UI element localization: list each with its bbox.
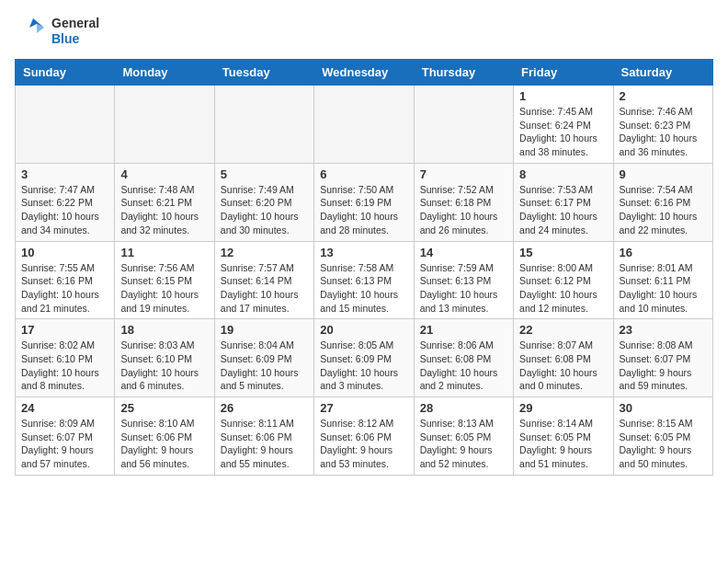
day-info: Sunrise: 7:47 AM Sunset: 6:22 PM Dayligh… bbox=[21, 183, 108, 237]
day-info: Sunrise: 8:02 AM Sunset: 6:10 PM Dayligh… bbox=[21, 339, 108, 393]
day-number: 2 bbox=[620, 89, 707, 103]
day-number: 5 bbox=[221, 167, 308, 181]
day-number: 11 bbox=[120, 246, 208, 259]
calendar-cell: 12Sunrise: 7:57 AM Sunset: 6:14 PM Dayli… bbox=[214, 241, 313, 319]
col-header-saturday: Saturday bbox=[613, 60, 712, 86]
calendar-cell: 5Sunrise: 7:49 AM Sunset: 6:20 PM Daylig… bbox=[214, 163, 313, 241]
day-number: 26 bbox=[221, 401, 308, 415]
calendar-week-1: 1Sunrise: 7:45 AM Sunset: 6:24 PM Daylig… bbox=[16, 86, 713, 164]
day-number: 28 bbox=[420, 401, 507, 415]
day-info: Sunrise: 8:10 AM Sunset: 6:06 PM Dayligh… bbox=[120, 417, 208, 471]
col-header-monday: Monday bbox=[115, 60, 214, 86]
day-info: Sunrise: 7:55 AM Sunset: 6:16 PM Dayligh… bbox=[21, 261, 108, 316]
day-number: 12 bbox=[221, 246, 308, 259]
calendar-cell: 9Sunrise: 7:54 AM Sunset: 6:16 PM Daylig… bbox=[613, 163, 712, 241]
calendar-cell: 1Sunrise: 7:45 AM Sunset: 6:24 PM Daylig… bbox=[514, 86, 613, 164]
day-number: 17 bbox=[21, 323, 108, 337]
calendar-cell: 22Sunrise: 8:07 AM Sunset: 6:08 PM Dayli… bbox=[514, 319, 613, 397]
day-info: Sunrise: 8:05 AM Sunset: 6:09 PM Dayligh… bbox=[320, 339, 407, 393]
day-info: Sunrise: 8:08 AM Sunset: 6:07 PM Dayligh… bbox=[620, 339, 707, 393]
day-number: 23 bbox=[620, 323, 707, 337]
calendar-cell: 10Sunrise: 7:55 AM Sunset: 6:16 PM Dayli… bbox=[16, 241, 115, 319]
calendar-cell: 18Sunrise: 8:03 AM Sunset: 6:10 PM Dayli… bbox=[115, 319, 214, 397]
day-info: Sunrise: 7:50 AM Sunset: 6:19 PM Dayligh… bbox=[320, 183, 407, 237]
calendar-cell bbox=[16, 86, 115, 164]
day-info: Sunrise: 7:48 AM Sunset: 6:21 PM Dayligh… bbox=[120, 183, 208, 237]
calendar-cell: 19Sunrise: 8:04 AM Sunset: 6:09 PM Dayli… bbox=[214, 319, 313, 397]
day-info: Sunrise: 8:11 AM Sunset: 6:06 PM Dayligh… bbox=[221, 417, 308, 471]
day-number: 19 bbox=[221, 323, 308, 337]
calendar-week-4: 17Sunrise: 8:02 AM Sunset: 6:10 PM Dayli… bbox=[16, 319, 713, 397]
day-number: 22 bbox=[519, 323, 607, 337]
day-info: Sunrise: 8:04 AM Sunset: 6:09 PM Dayligh… bbox=[221, 339, 308, 393]
col-header-wednesday: Wednesday bbox=[314, 60, 414, 86]
day-number: 25 bbox=[120, 401, 208, 415]
day-number: 30 bbox=[620, 401, 707, 415]
day-number: 16 bbox=[620, 246, 707, 259]
day-info: Sunrise: 7:52 AM Sunset: 6:18 PM Dayligh… bbox=[420, 183, 507, 237]
col-header-friday: Friday bbox=[514, 60, 613, 86]
calendar-cell: 29Sunrise: 8:14 AM Sunset: 6:05 PM Dayli… bbox=[514, 397, 613, 476]
col-header-sunday: Sunday bbox=[16, 60, 115, 86]
day-info: Sunrise: 7:53 AM Sunset: 6:17 PM Dayligh… bbox=[519, 183, 607, 237]
day-number: 14 bbox=[420, 246, 507, 259]
calendar-cell: 15Sunrise: 8:00 AM Sunset: 6:12 PM Dayli… bbox=[514, 241, 613, 319]
calendar-cell: 27Sunrise: 8:12 AM Sunset: 6:06 PM Dayli… bbox=[314, 397, 414, 476]
calendar-cell bbox=[414, 86, 513, 164]
day-info: Sunrise: 8:09 AM Sunset: 6:07 PM Dayligh… bbox=[21, 417, 108, 471]
calendar-cell: 14Sunrise: 7:59 AM Sunset: 6:13 PM Dayli… bbox=[414, 241, 513, 319]
day-number: 15 bbox=[519, 246, 607, 259]
calendar-cell: 28Sunrise: 8:13 AM Sunset: 6:05 PM Dayli… bbox=[414, 397, 513, 476]
calendar-cell: 3Sunrise: 7:47 AM Sunset: 6:22 PM Daylig… bbox=[16, 163, 115, 241]
day-info: Sunrise: 8:01 AM Sunset: 6:11 PM Dayligh… bbox=[620, 261, 707, 316]
day-number: 3 bbox=[21, 167, 108, 181]
day-info: Sunrise: 8:06 AM Sunset: 6:08 PM Dayligh… bbox=[420, 339, 507, 393]
day-info: Sunrise: 8:12 AM Sunset: 6:06 PM Dayligh… bbox=[320, 417, 407, 471]
day-info: Sunrise: 7:57 AM Sunset: 6:14 PM Dayligh… bbox=[221, 261, 308, 316]
calendar-week-2: 3Sunrise: 7:47 AM Sunset: 6:22 PM Daylig… bbox=[16, 163, 713, 241]
calendar-cell: 21Sunrise: 8:06 AM Sunset: 6:08 PM Dayli… bbox=[414, 319, 513, 397]
calendar-cell: 13Sunrise: 7:58 AM Sunset: 6:13 PM Dayli… bbox=[314, 241, 414, 319]
logo-text: General Blue bbox=[51, 16, 99, 47]
calendar-cell: 2Sunrise: 7:46 AM Sunset: 6:23 PM Daylig… bbox=[613, 86, 712, 164]
col-header-thursday: Thursday bbox=[414, 60, 513, 86]
calendar-cell: 24Sunrise: 8:09 AM Sunset: 6:07 PM Dayli… bbox=[16, 397, 115, 476]
day-number: 27 bbox=[320, 401, 407, 415]
day-number: 4 bbox=[120, 167, 208, 181]
day-info: Sunrise: 7:46 AM Sunset: 6:23 PM Dayligh… bbox=[620, 105, 707, 159]
logo-container: General Blue bbox=[15, 15, 99, 48]
page-header: General Blue bbox=[15, 15, 713, 48]
day-number: 10 bbox=[21, 246, 108, 259]
day-number: 29 bbox=[519, 401, 607, 415]
col-header-tuesday: Tuesday bbox=[214, 60, 313, 86]
calendar-week-3: 10Sunrise: 7:55 AM Sunset: 6:16 PM Dayli… bbox=[16, 241, 713, 319]
day-number: 21 bbox=[420, 323, 507, 337]
calendar-cell: 17Sunrise: 8:02 AM Sunset: 6:10 PM Dayli… bbox=[16, 319, 115, 397]
logo: General Blue bbox=[15, 15, 99, 48]
calendar-cell: 23Sunrise: 8:08 AM Sunset: 6:07 PM Dayli… bbox=[613, 319, 712, 397]
day-info: Sunrise: 8:14 AM Sunset: 6:05 PM Dayligh… bbox=[519, 417, 607, 471]
day-info: Sunrise: 8:15 AM Sunset: 6:05 PM Dayligh… bbox=[620, 417, 707, 471]
day-info: Sunrise: 7:58 AM Sunset: 6:13 PM Dayligh… bbox=[320, 261, 407, 316]
calendar-cell: 11Sunrise: 7:56 AM Sunset: 6:15 PM Dayli… bbox=[115, 241, 214, 319]
calendar-cell bbox=[314, 86, 414, 164]
day-number: 6 bbox=[320, 167, 407, 181]
day-number: 1 bbox=[519, 89, 607, 103]
calendar-cell: 25Sunrise: 8:10 AM Sunset: 6:06 PM Dayli… bbox=[115, 397, 214, 476]
calendar-cell: 4Sunrise: 7:48 AM Sunset: 6:21 PM Daylig… bbox=[115, 163, 214, 241]
calendar-cell bbox=[214, 86, 313, 164]
calendar-header-row: SundayMondayTuesdayWednesdayThursdayFrid… bbox=[16, 60, 713, 86]
calendar-week-5: 24Sunrise: 8:09 AM Sunset: 6:07 PM Dayli… bbox=[16, 397, 713, 476]
calendar-cell: 7Sunrise: 7:52 AM Sunset: 6:18 PM Daylig… bbox=[414, 163, 513, 241]
day-number: 8 bbox=[519, 167, 607, 181]
day-info: Sunrise: 8:00 AM Sunset: 6:12 PM Dayligh… bbox=[519, 261, 607, 316]
calendar-cell: 26Sunrise: 8:11 AM Sunset: 6:06 PM Dayli… bbox=[214, 397, 313, 476]
day-number: 7 bbox=[420, 167, 507, 181]
day-number: 24 bbox=[21, 401, 108, 415]
logo-graphic bbox=[15, 15, 48, 48]
day-info: Sunrise: 8:13 AM Sunset: 6:05 PM Dayligh… bbox=[420, 417, 507, 471]
day-number: 13 bbox=[320, 246, 407, 259]
calendar-cell: 16Sunrise: 8:01 AM Sunset: 6:11 PM Dayli… bbox=[613, 241, 712, 319]
day-info: Sunrise: 7:59 AM Sunset: 6:13 PM Dayligh… bbox=[420, 261, 507, 316]
calendar-cell bbox=[115, 86, 214, 164]
